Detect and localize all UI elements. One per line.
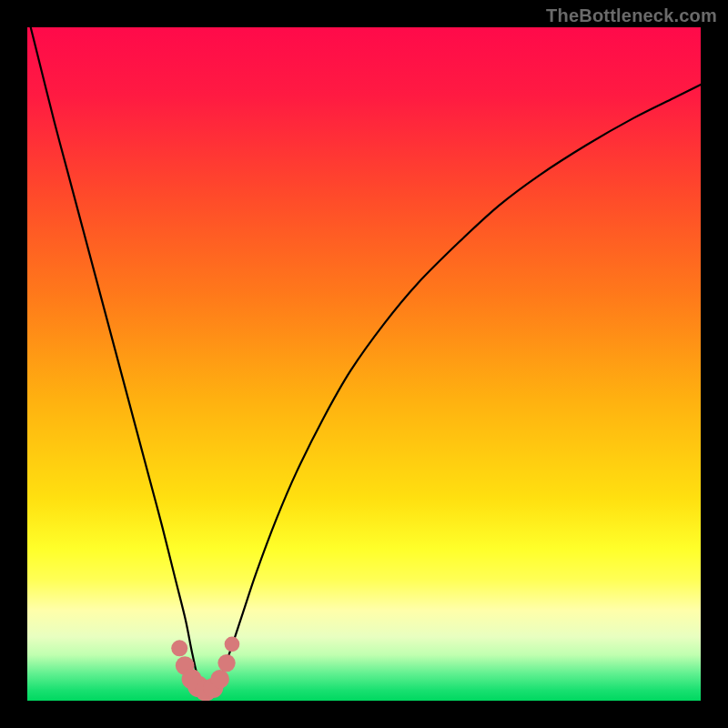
watermark-text: TheBottleneck.com bbox=[546, 5, 717, 26]
curve-marker bbox=[225, 637, 240, 652]
curve-marker bbox=[217, 654, 235, 672]
curve-marker bbox=[210, 670, 229, 689]
bottleneck-curve bbox=[27, 27, 701, 693]
chart-frame: TheBottleneck.com bbox=[0, 0, 728, 728]
bottom-marker-cluster bbox=[171, 637, 239, 701]
curve-marker bbox=[171, 640, 187, 656]
bottleneck-curve-svg bbox=[27, 27, 701, 701]
plot-area bbox=[27, 27, 701, 701]
